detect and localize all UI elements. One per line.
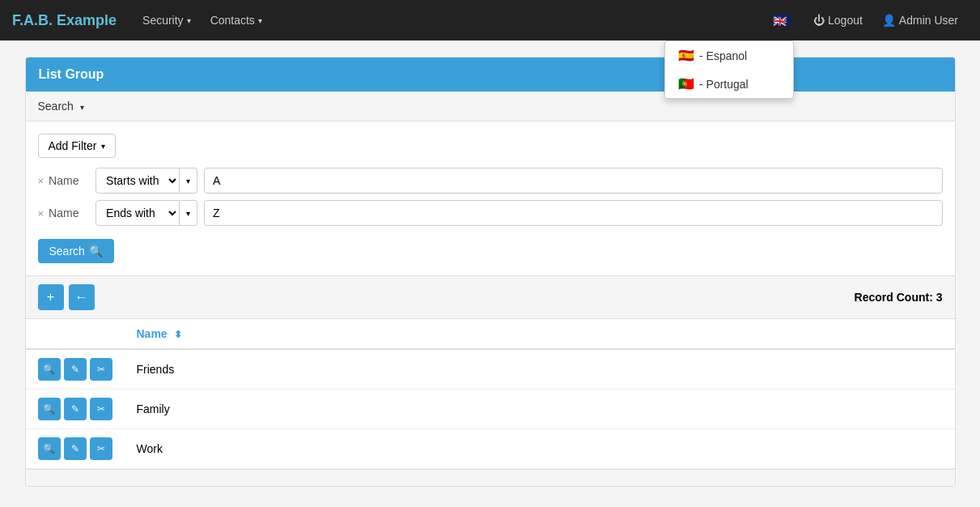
security-caret-icon: ▾ xyxy=(187,16,191,25)
filter-2-type-select[interactable]: Starts with Ends with Contains Equal to xyxy=(95,200,180,226)
list-group-panel: List Group Search ▾ Add Filter ▾ × Name xyxy=(25,57,956,487)
navbar: F.A.B. Example Security ▾ Contacts ▾ 🇬🇧 … xyxy=(0,0,980,40)
add-button[interactable]: + xyxy=(38,284,64,310)
add-filter-button[interactable]: Add Filter ▾ xyxy=(38,134,117,158)
row-3-actions: 🔍 ✎ ✂ xyxy=(38,437,112,460)
row-3-edit-button[interactable]: ✎ xyxy=(64,437,87,460)
row-1-name-cell: Friends xyxy=(125,349,955,390)
filter-2-field-label: Name xyxy=(49,207,89,219)
plus-icon: + xyxy=(47,290,54,305)
navbar-right: 🇬🇧 ⏻ Logout 👤 Admin User xyxy=(763,0,968,40)
row-3-delete-button[interactable]: ✂ xyxy=(90,437,112,460)
table-body: 🔍 ✎ ✂ Friends 🔍 ✎ ✂ xyxy=(26,349,955,469)
row-2-delete-button[interactable]: ✂ xyxy=(90,398,112,420)
panel-heading: List Group xyxy=(26,58,955,92)
row-2-actions: 🔍 ✎ ✂ xyxy=(38,398,112,420)
filter-2-value-input[interactable] xyxy=(204,200,942,226)
espanol-option[interactable]: 🇪🇸 - Espanol xyxy=(665,41,793,70)
panel-footer xyxy=(26,469,955,486)
col-header-actions xyxy=(26,319,125,349)
back-icon: ← xyxy=(75,290,88,305)
table-row: 🔍 ✎ ✂ Friends xyxy=(26,349,955,390)
add-filter-caret-icon: ▾ xyxy=(101,142,105,151)
search-bar: Search ▾ xyxy=(26,92,955,121)
col-header-name: Name ⬍ xyxy=(125,319,955,349)
filter-1-value-input[interactable] xyxy=(204,168,942,194)
search-toggle[interactable]: Search ▾ xyxy=(38,100,84,113)
filter-row-2: × Name Starts with Ends with Contains Eq… xyxy=(38,200,943,226)
data-table: Name ⬍ 🔍 ✎ ✂ Fri xyxy=(26,319,955,469)
filter-2-type-caret[interactable]: ▾ xyxy=(180,200,197,226)
row-1-delete-button[interactable]: ✂ xyxy=(90,358,112,381)
row-1-edit-button[interactable]: ✎ xyxy=(64,358,87,381)
row-2-view-button[interactable]: 🔍 xyxy=(38,398,61,420)
contacts-nav-item[interactable]: Contacts ▾ xyxy=(201,0,272,40)
filter-1-type-caret[interactable]: ▾ xyxy=(180,168,197,194)
table-row: 🔍 ✎ ✂ Family xyxy=(26,390,955,429)
main-content: List Group Search ▾ Add Filter ▾ × Name xyxy=(13,57,968,487)
search-button[interactable]: Search 🔍 xyxy=(38,239,114,263)
row-2-name-cell: Family xyxy=(125,390,955,429)
filter-row-1: × Name Starts with Ends with Contains Eq… xyxy=(38,168,943,194)
table-row: 🔍 ✎ ✂ Work xyxy=(26,429,955,469)
row-1-actions: 🔍 ✎ ✂ xyxy=(38,358,112,381)
row-3-name-cell: Work xyxy=(125,429,955,469)
table-header-row: Name ⬍ xyxy=(26,319,955,349)
back-button[interactable]: ← xyxy=(69,284,95,310)
panel-title: List Group xyxy=(39,67,104,81)
row-3-view-button[interactable]: 🔍 xyxy=(38,437,61,460)
filter-1-field-label: Name xyxy=(49,174,89,187)
sort-icon[interactable]: ⬍ xyxy=(174,329,182,340)
logout-button[interactable]: ⏻ Logout xyxy=(804,0,872,40)
admin-user-button[interactable]: 👤 Admin User xyxy=(872,0,968,40)
brand-link[interactable]: F.A.B. Example xyxy=(12,12,117,29)
filter-1-remove-button[interactable]: × xyxy=(38,175,45,187)
portugal-option[interactable]: 🇵🇹 - Portugal xyxy=(665,70,793,98)
toolbar: + ← Record Count: 3 xyxy=(26,276,955,319)
contacts-caret-icon: ▾ xyxy=(258,16,262,25)
portugal-flag-icon: 🇵🇹 xyxy=(678,76,694,92)
security-nav-item[interactable]: Security ▾ xyxy=(133,0,201,40)
filter-1-type-select[interactable]: Starts with Ends with Contains Equal to xyxy=(95,168,180,194)
filter-2-remove-button[interactable]: × xyxy=(38,207,45,219)
search-icon: 🔍 xyxy=(89,245,103,258)
uk-flag-icon: 🇬🇧 xyxy=(773,15,791,26)
user-icon: 👤 xyxy=(882,14,896,27)
search-filters-area: Add Filter ▾ × Name Starts with Ends wit… xyxy=(26,121,955,276)
language-dropdown: 🇪🇸 - Espanol 🇵🇹 - Portugal xyxy=(664,40,794,99)
language-selector[interactable]: 🇬🇧 xyxy=(763,0,804,40)
row-1-view-button[interactable]: 🔍 xyxy=(38,358,61,381)
data-table-container: Name ⬍ 🔍 ✎ ✂ Fri xyxy=(26,319,955,469)
row-3-actions-cell: 🔍 ✎ ✂ xyxy=(26,429,125,469)
logout-icon: ⏻ xyxy=(813,14,825,27)
row-1-actions-cell: 🔍 ✎ ✂ xyxy=(26,349,125,390)
search-caret-icon: ▾ xyxy=(80,103,84,112)
row-2-edit-button[interactable]: ✎ xyxy=(64,398,87,420)
record-count: Record Count: 3 xyxy=(855,291,943,304)
espanol-flag-icon: 🇪🇸 xyxy=(678,48,694,63)
row-2-actions-cell: 🔍 ✎ ✂ xyxy=(26,390,125,429)
